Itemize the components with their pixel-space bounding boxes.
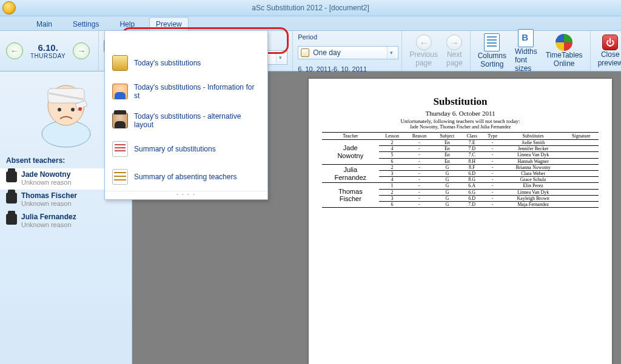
report-option-alt-layout[interactable]: Today's substitutions - alternative layo… bbox=[105, 106, 267, 135]
period-dropdown-value: One day bbox=[313, 48, 340, 57]
app-bell-icon[interactable] bbox=[2, 1, 16, 15]
arrow-left-icon: ← bbox=[416, 35, 432, 50]
teacher-icon bbox=[6, 171, 17, 182]
chevron-down-icon: ▾ bbox=[387, 47, 395, 59]
chevron-down-icon: ▾ bbox=[276, 51, 284, 64]
student-icon bbox=[112, 84, 128, 99]
date-display: 6.10. THURSDAY bbox=[30, 42, 65, 59]
period-dropdown[interactable]: One day ▾ bbox=[298, 46, 398, 59]
bandaged-person-icon bbox=[33, 76, 99, 149]
tab-main[interactable]: Main bbox=[30, 18, 58, 30]
document-icon bbox=[112, 55, 128, 71]
svg-point-4 bbox=[58, 108, 61, 111]
doc-date: Thursday 6. October 2011 bbox=[322, 110, 599, 117]
abacus-icon bbox=[112, 169, 128, 185]
columns-icon bbox=[484, 33, 500, 51]
report-dropdown-list: Today's substitutions Today's substituti… bbox=[104, 30, 268, 200]
teacher-icon bbox=[6, 214, 17, 225]
ribbon: ← 6.10. THURSDAY → Print Select your rep… bbox=[0, 30, 621, 71]
date-weekday: THURSDAY bbox=[30, 53, 65, 59]
window-title: aSc Substitution 2012 - [document2] bbox=[252, 4, 369, 12]
report-option-summary-subs[interactable]: Summary of substitutions bbox=[105, 135, 267, 163]
report-option-summary-absent[interactable]: Summary of absenting teachers bbox=[105, 163, 267, 191]
doc-note: Unfortunately, following teachers will n… bbox=[322, 118, 599, 124]
dropdown-resize-handle[interactable]: • • • • bbox=[105, 191, 267, 196]
absent-reason: Unknown reason bbox=[21, 200, 77, 207]
timetables-online-button[interactable]: TimeTables Online bbox=[543, 34, 585, 68]
teacher-icon bbox=[6, 193, 17, 204]
calendar-icon bbox=[301, 48, 309, 57]
teacher-cell: JuliaFernandez bbox=[322, 164, 379, 183]
absent-name: Jade Nowotny bbox=[21, 170, 72, 179]
preview-pane[interactable]: Substitution Thursday 6. October 2011 Un… bbox=[300, 71, 621, 364]
svg-point-5 bbox=[71, 108, 75, 111]
absent-name: Julia Fernandez bbox=[21, 213, 76, 221]
widths-icon bbox=[518, 29, 534, 47]
power-icon: ⏻ bbox=[602, 35, 618, 50]
ribbon-tabs: Main Settings Help Preview bbox=[0, 16, 621, 30]
absent-reason: Unknown reason bbox=[21, 179, 72, 186]
teacher-cell: JadeNowotny bbox=[322, 140, 379, 165]
absent-name: Thomas Fischer bbox=[21, 191, 77, 200]
doc-title: Substitution bbox=[322, 96, 599, 108]
preview-page: Substitution Thursday 6. October 2011 Un… bbox=[309, 79, 612, 364]
table-row: JadeNowotny2-En7.E-Jodie Smith bbox=[322, 140, 599, 146]
doc-names: Jade Nowotny, Thomas Fischer and Julia F… bbox=[322, 124, 599, 130]
svg-point-6 bbox=[78, 107, 82, 111]
table-row: ThomasFischer1-G6.A-Elin Perez bbox=[322, 183, 599, 189]
tab-help[interactable]: Help bbox=[113, 18, 141, 30]
period-range: 6. 10. 2011-6. 10. 2011 bbox=[298, 65, 367, 73]
absent-reason: Unknown reason bbox=[21, 221, 76, 228]
titlebar: aSc Substitution 2012 - [document2] bbox=[0, 0, 621, 16]
absent-teacher-item[interactable]: Julia FernandezUnknown reason bbox=[0, 211, 132, 232]
prev-day-button[interactable]: ← bbox=[6, 42, 23, 59]
report-option-info-students[interactable]: Today's substitutions - Information for … bbox=[105, 77, 267, 106]
teacher-icon bbox=[112, 113, 128, 128]
substitution-table: Teacher Lesson Reason Subject Class Type… bbox=[322, 132, 599, 208]
period-label: Period bbox=[298, 33, 317, 41]
tab-preview[interactable]: Preview bbox=[149, 17, 189, 30]
teacher-cell: ThomasFischer bbox=[322, 183, 379, 208]
date-main: 6.10. bbox=[30, 42, 65, 53]
arrow-right-icon: → bbox=[446, 35, 462, 50]
prev-page-button: ← Previous page bbox=[407, 35, 440, 67]
timetables-icon bbox=[556, 34, 572, 51]
widths-fontsizes-button[interactable]: Widths font sizes bbox=[512, 29, 540, 73]
summary-icon bbox=[112, 141, 128, 157]
report-option-today[interactable]: Today's substitutions bbox=[105, 49, 267, 77]
next-page-button: → Next page bbox=[444, 35, 465, 67]
table-row: JuliaFernandez2-G8.F-Brianna Nowotny bbox=[322, 164, 599, 170]
next-day-button[interactable]: → bbox=[73, 42, 90, 59]
tab-settings[interactable]: Settings bbox=[67, 18, 105, 30]
columns-sorting-button[interactable]: Columns Sorting bbox=[475, 33, 509, 68]
close-preview-button[interactable]: ⏻ Close preview bbox=[596, 35, 621, 67]
